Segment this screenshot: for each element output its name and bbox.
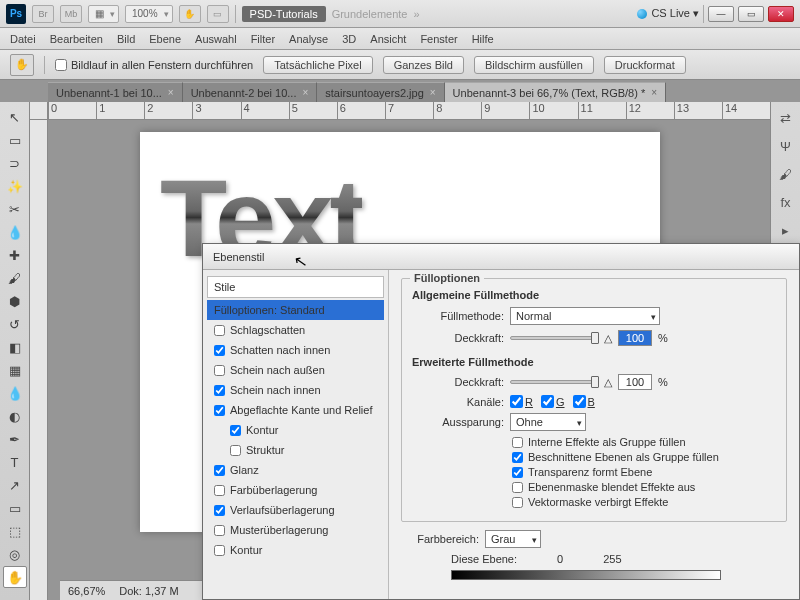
eraser-tool[interactable]: ◧ [3, 336, 27, 358]
lasso-tool[interactable]: ⊃ [3, 152, 27, 174]
fill-option-4[interactable]: Vektormaske verbirgt Effekte [512, 496, 776, 508]
workspace-more[interactable]: » [413, 8, 419, 20]
style-item-10[interactable]: Verlaufsüberlagerung [207, 500, 384, 520]
fill-opacity-slider[interactable] [510, 380, 598, 384]
swatches-icon[interactable]: fx [776, 192, 796, 212]
crop-tool[interactable]: ✂ [3, 198, 27, 220]
style-item-0[interactable]: Fülloptionen: Standard [207, 300, 384, 320]
fill-screen-button[interactable]: Bildschirm ausfüllen [474, 56, 594, 74]
menu-bild[interactable]: Bild [117, 33, 135, 45]
style-item-9[interactable]: Farbüberlagerung [207, 480, 384, 500]
fit-screen-button[interactable]: Ganzes Bild [383, 56, 464, 74]
zoom-combo[interactable]: 100% [125, 5, 173, 23]
opacity-slider[interactable] [510, 336, 598, 340]
blend-if-gradient[interactable] [451, 570, 721, 580]
dialog-title[interactable]: Ebenenstil [203, 244, 799, 270]
channel-g-checkbox[interactable]: G [541, 395, 565, 408]
menu-ebene[interactable]: Ebene [149, 33, 181, 45]
view-extras[interactable]: ▭ [207, 5, 229, 23]
tab-unbenannt-2[interactable]: Unbenannt-2 bei 10...× [183, 82, 318, 102]
healing-tool[interactable]: ✚ [3, 244, 27, 266]
path-tool[interactable]: ↗ [3, 474, 27, 496]
hand-indicator[interactable]: ✋ [179, 5, 201, 23]
style-item-3[interactable]: Schein nach außen [207, 360, 384, 380]
workspace-psd-tutorials[interactable]: PSD-Tutorials [242, 6, 326, 22]
blur-tool[interactable]: 💧 [3, 382, 27, 404]
window-minimize[interactable]: — [708, 6, 734, 22]
close-icon[interactable]: × [302, 87, 308, 98]
menu-hilfe[interactable]: Hilfe [472, 33, 494, 45]
shape-tool[interactable]: ▭ [3, 497, 27, 519]
minibridge-button[interactable]: Mb [60, 5, 82, 23]
cs-live-menu[interactable]: CS Live ▾ [651, 7, 699, 20]
fill-opacity-input[interactable]: 100 [618, 374, 652, 390]
window-maximize[interactable]: ▭ [738, 6, 764, 22]
status-doc-size[interactable]: Dok: 1,37 M [119, 585, 178, 597]
style-item-12[interactable]: Kontur [207, 540, 384, 560]
tab-unbenannt-3[interactable]: Unbenannt-3 bei 66,7% (Text, RGB/8) *× [445, 82, 666, 102]
eyedropper-tool[interactable]: 💧 [3, 221, 27, 243]
style-item-5[interactable]: Abgeflachte Kante und Relief [207, 400, 384, 420]
current-tool-hand[interactable]: ✋ [10, 54, 34, 76]
marquee-tool[interactable]: ▭ [3, 129, 27, 151]
history-icon[interactable]: Ψ [776, 136, 796, 156]
ruler-origin[interactable] [30, 102, 48, 120]
fill-option-0[interactable]: Interne Effekte als Gruppe füllen [512, 436, 776, 448]
channel-b-checkbox[interactable]: B [573, 395, 595, 408]
ruler-vertical[interactable] [30, 120, 48, 600]
blend-if-combo[interactable]: Grau [485, 530, 541, 548]
fill-option-2[interactable]: Transparenz formt Ebene [512, 466, 776, 478]
brush-panel-icon[interactable]: 🖌 [776, 164, 796, 184]
scroll-all-windows-checkbox[interactable]: Bildlauf in allen Fenstern durchführen [55, 59, 253, 71]
window-close[interactable]: ✕ [768, 6, 794, 22]
actual-pixels-button[interactable]: Tatsächliche Pixel [263, 56, 372, 74]
close-icon[interactable]: × [651, 87, 657, 98]
style-item-2[interactable]: Schatten nach innen [207, 340, 384, 360]
slider-handle-icon[interactable]: △ [604, 332, 612, 345]
view-arrange-combo[interactable]: ▦ [88, 5, 119, 23]
tab-stairs[interactable]: stairsuntoayers2.jpg× [317, 82, 444, 102]
style-item-7[interactable]: Struktur [207, 440, 384, 460]
wand-tool[interactable]: ✨ [3, 175, 27, 197]
3d-tool[interactable]: ⬚ [3, 520, 27, 542]
gradient-tool[interactable]: ▦ [3, 359, 27, 381]
3d-camera-tool[interactable]: ◎ [3, 543, 27, 565]
play-icon[interactable]: ▸ [776, 220, 796, 240]
blend-mode-combo[interactable]: Normal [510, 307, 660, 325]
bridge-button[interactable]: Br [32, 5, 54, 23]
brush-tool[interactable]: 🖌 [3, 267, 27, 289]
styles-header[interactable]: Stile [207, 276, 384, 298]
pen-tool[interactable]: ✒ [3, 428, 27, 450]
status-zoom[interactable]: 66,67% [68, 585, 105, 597]
tab-unbenannt-1[interactable]: Unbenannt-1 bei 10...× [48, 82, 183, 102]
move-tool[interactable]: ↖ [3, 106, 27, 128]
menu-filter[interactable]: Filter [251, 33, 275, 45]
menu-fenster[interactable]: Fenster [420, 33, 457, 45]
knockout-combo[interactable]: Ohne [510, 413, 586, 431]
menu-bearbeiten[interactable]: Bearbeiten [50, 33, 103, 45]
swap-icon[interactable]: ⇄ [776, 108, 796, 128]
menu-auswahl[interactable]: Auswahl [195, 33, 237, 45]
style-item-11[interactable]: Musterüberlagerung [207, 520, 384, 540]
style-item-4[interactable]: Schein nach innen [207, 380, 384, 400]
ruler-horizontal[interactable]: 01234567891011121314 [48, 102, 770, 120]
style-item-6[interactable]: Kontur [207, 420, 384, 440]
channel-r-checkbox[interactable]: R [510, 395, 533, 408]
menu-analyse[interactable]: Analyse [289, 33, 328, 45]
style-item-8[interactable]: Glanz [207, 460, 384, 480]
print-size-button[interactable]: Druckformat [604, 56, 686, 74]
hand-tool[interactable]: ✋ [3, 566, 27, 588]
fill-option-1[interactable]: Beschnittene Ebenen als Gruppe füllen [512, 451, 776, 463]
workspace-grundelemente[interactable]: Grundelemente [332, 8, 408, 20]
opacity-input[interactable]: 100 [618, 330, 652, 346]
dodge-tool[interactable]: ◐ [3, 405, 27, 427]
menu-ansicht[interactable]: Ansicht [370, 33, 406, 45]
history-brush-tool[interactable]: ↺ [3, 313, 27, 335]
menu-3d[interactable]: 3D [342, 33, 356, 45]
stamp-tool[interactable]: ⬢ [3, 290, 27, 312]
slider-handle-icon[interactable]: △ [604, 376, 612, 389]
fill-option-3[interactable]: Ebenenmaske blendet Effekte aus [512, 481, 776, 493]
close-icon[interactable]: × [168, 87, 174, 98]
close-icon[interactable]: × [430, 87, 436, 98]
menu-datei[interactable]: Datei [10, 33, 36, 45]
